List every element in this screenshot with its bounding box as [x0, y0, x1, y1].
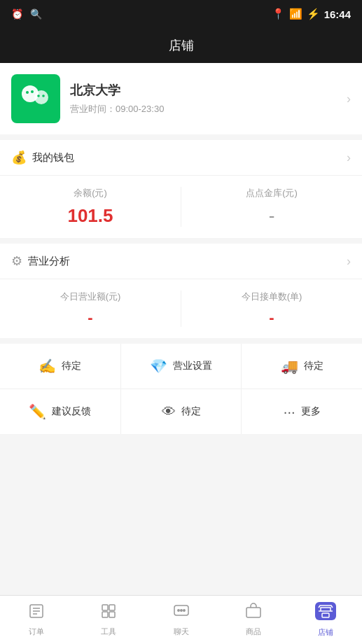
wallet-chevron-icon: › [347, 150, 351, 165]
tools-nav-label: 工具 [101, 626, 116, 637]
svg-rect-13 [109, 612, 115, 617]
nav-item-chat[interactable]: 聊天 [145, 603, 217, 637]
wallet-treasury-value: - [269, 205, 275, 227]
analysis-sales-value: - [88, 309, 92, 327]
status-left-icons: ⏰ 🔍 [11, 8, 42, 20]
analysis-chevron-icon: › [347, 254, 351, 269]
more-icon: ··· [284, 404, 295, 420]
analysis-sales-item: 今日营业额(元) - [0, 290, 181, 327]
wallet-section: 💰 我的钱包 › 余额(元) 101.5 点点金库(元) - [0, 140, 362, 238]
pending1-icon: ✍️ [39, 358, 56, 374]
svg-point-2 [26, 91, 29, 94]
svg-rect-18 [246, 608, 260, 617]
analysis-icon: ⚙ [11, 253, 22, 269]
menu-row-2: ✏️ 建议反馈 👁 待定 ··· 更多 [0, 389, 362, 434]
analysis-title: 营业分析 [28, 255, 70, 268]
chat-nav-label: 聊天 [174, 626, 189, 637]
time-display: 16:44 [324, 8, 351, 20]
analysis-sales-label: 今日营业额(元) [60, 290, 121, 303]
wechat-icon [18, 78, 53, 120]
pending1-label: 待定 [62, 360, 81, 372]
wallet-treasury-label: 点点金库(元) [246, 187, 298, 200]
location-icon: 📍 [272, 8, 285, 20]
analysis-section: ⚙ 营业分析 › 今日营业额(元) - 今日接单数(单) - [0, 244, 362, 338]
business-settings-icon: 💎 [150, 358, 167, 374]
menu-item-pending-2[interactable]: 🚚 待定 [242, 344, 362, 388]
pending2-icon: 🚚 [281, 358, 298, 374]
wallet-icon: 💰 [11, 150, 27, 165]
alarm-icon: ⏰ [11, 8, 23, 20]
menu-grid: ✍️ 待定 💎 营业设置 🚚 待定 ✏️ 建议反馈 👁 待定 ··· [0, 344, 362, 434]
store-info-card[interactable]: 北京大学 营业时间：09:00-23:30 › [0, 63, 362, 134]
orders-nav-label: 订单 [29, 626, 44, 637]
nav-item-products[interactable]: 商品 [217, 603, 289, 637]
wallet-treasury-item: 点点金库(元) - [181, 187, 362, 227]
wallet-header[interactable]: 💰 我的钱包 › [0, 140, 362, 176]
store-chevron-icon: › [347, 92, 351, 106]
svg-rect-11 [109, 605, 115, 610]
wallet-title: 我的钱包 [32, 151, 74, 164]
analysis-title-group: ⚙ 营业分析 [11, 253, 70, 269]
status-bar: ⏰ 🔍 📍 📶 ⚡ 16:44 [0, 0, 362, 28]
svg-point-1 [34, 90, 48, 104]
nav-item-store[interactable]: 店铺 [290, 602, 362, 638]
products-nav-icon [245, 603, 262, 624]
store-logo [11, 74, 60, 123]
store-name: 北京大学 [70, 82, 351, 99]
business-settings-label: 营业设置 [173, 360, 212, 372]
more-label: 更多 [301, 405, 321, 418]
analysis-orders-value: - [269, 309, 274, 327]
wallet-title-group: 💰 我的钱包 [11, 150, 74, 165]
page-title: 店铺 [169, 37, 194, 54]
tools-nav-icon [100, 603, 117, 624]
feedback-label: 建议反馈 [52, 405, 91, 418]
wallet-balance-label: 余额(元) [74, 187, 107, 200]
status-right-icons: 📍 📶 ⚡ 16:44 [272, 8, 351, 20]
svg-point-5 [42, 94, 45, 97]
store-nav-label: 店铺 [318, 627, 333, 638]
analysis-content: 今日营业额(元) - 今日接单数(单) - [0, 279, 362, 338]
nav-item-tools[interactable]: 工具 [72, 603, 144, 637]
chat-nav-icon [173, 603, 190, 624]
store-details: 北京大学 营业时间：09:00-23:30 [70, 82, 351, 115]
svg-point-4 [37, 94, 40, 97]
menu-row-1: ✍️ 待定 💎 营业设置 🚚 待定 [0, 344, 362, 389]
battery-icon: ⚡ [307, 8, 320, 20]
menu-item-more[interactable]: ··· 更多 [242, 389, 362, 434]
pending3-label: 待定 [181, 405, 201, 418]
wallet-content: 余额(元) 101.5 点点金库(元) - [0, 176, 362, 238]
feedback-icon: ✏️ [29, 403, 46, 420]
menu-item-pending-3[interactable]: 👁 待定 [121, 389, 242, 434]
svg-point-16 [180, 610, 181, 611]
svg-point-3 [31, 90, 34, 93]
store-nav-icon [315, 602, 336, 624]
pending2-label: 待定 [304, 360, 323, 372]
search-icon: 🔍 [30, 8, 42, 20]
menu-item-pending-1[interactable]: ✍️ 待定 [0, 344, 121, 388]
orders-nav-icon [28, 603, 45, 624]
content-scroll[interactable]: 北京大学 营业时间：09:00-23:30 › 💰 我的钱包 › 余额(元) 1… [0, 63, 362, 595]
wallet-balance-item: 余额(元) 101.5 [0, 187, 181, 227]
nav-item-orders[interactable]: 订单 [0, 603, 72, 637]
analysis-header[interactable]: ⚙ 营业分析 › [0, 244, 362, 279]
analysis-orders-item: 今日接单数(单) - [181, 290, 362, 327]
wallet-balance-value: 101.5 [67, 205, 113, 227]
bottom-nav: 订单 工具 聊天 [0, 595, 362, 644]
page-header: 店铺 [0, 28, 362, 63]
svg-rect-12 [102, 612, 108, 617]
products-nav-label: 商品 [246, 626, 261, 637]
analysis-orders-label: 今日接单数(单) [242, 290, 302, 303]
wifi-icon: 📶 [289, 8, 302, 20]
svg-point-17 [183, 610, 184, 611]
menu-item-business-settings[interactable]: 💎 营业设置 [121, 344, 242, 388]
gray-filler [0, 440, 362, 552]
store-hours: 营业时间：09:00-23:30 [70, 103, 351, 115]
svg-point-15 [177, 610, 179, 611]
menu-item-feedback[interactable]: ✏️ 建议反馈 [0, 389, 121, 434]
pending3-icon: 👁 [162, 404, 176, 420]
svg-rect-10 [102, 605, 108, 610]
